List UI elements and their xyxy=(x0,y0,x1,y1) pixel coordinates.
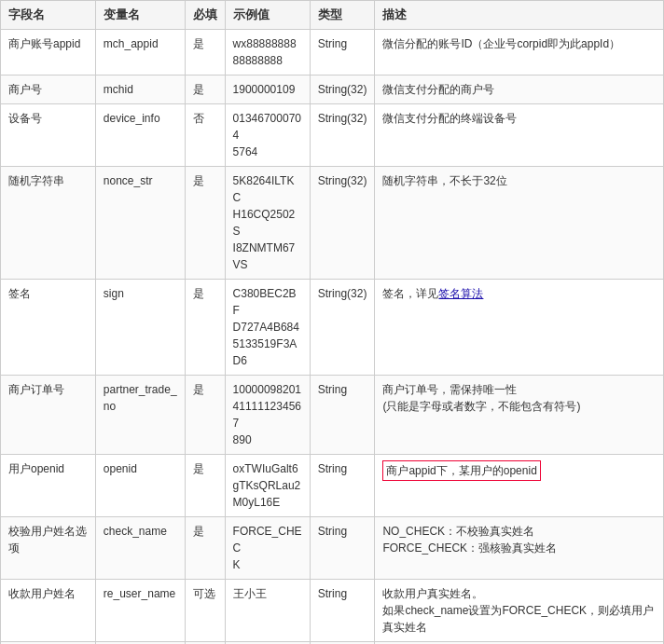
col-header-variable: 变量名 xyxy=(95,1,185,30)
cell-field: 商户账号appid xyxy=(1,30,96,75)
cell-required: 是 xyxy=(185,30,225,75)
table-row: 商户号mchid是1900000109String(32)微信支付分配的商户号 xyxy=(1,75,664,104)
table-row: 设备号device_info否013467000704 5764String(3… xyxy=(1,104,664,167)
table-row: 随机字符串nonce_str是5K8264ILTKC H16CQ2502S I8… xyxy=(1,167,664,280)
sign-algorithm-link[interactable]: 签名算法 xyxy=(438,287,483,300)
cell-type: String(32) xyxy=(310,167,375,280)
cell-type: String xyxy=(310,580,375,642)
cell-example: 王小王 xyxy=(225,580,310,642)
cell-field: 设备号 xyxy=(1,104,96,167)
desc-highlight-box: 商户appid下，某用户的openid xyxy=(382,460,540,481)
cell-field: 随机字符串 xyxy=(1,167,96,280)
cell-description: 微信支付分配的终端设备号 xyxy=(375,104,664,167)
col-header-required: 必填 xyxy=(185,1,225,30)
cell-field: 商户号 xyxy=(1,75,96,104)
api-table-container: 字段名 变量名 必填 示例值 类型 描述 商户账号appidmch_appid是… xyxy=(0,0,664,644)
table-row: 商户订单号partner_trade_ no是10000098201 41111… xyxy=(1,376,664,455)
cell-variable: partner_trade_ no xyxy=(95,376,185,455)
col-header-type: 类型 xyxy=(310,1,375,30)
cell-field: 签名 xyxy=(1,280,96,376)
cell-example: 10000098201 411111234567 890 xyxy=(225,376,310,455)
cell-type: String xyxy=(310,517,375,580)
cell-description: 微信支付分配的商户号 xyxy=(375,75,664,104)
cell-description: 收款用户真实姓名。 如果check_name设置为FORCE_CHECK，则必填… xyxy=(375,580,664,642)
cell-required: 是 xyxy=(185,517,225,580)
cell-description: NO_CHECK：不校验真实姓名 FORCE_CHECK：强核验真实姓名 xyxy=(375,517,664,580)
table-header-row: 字段名 变量名 必填 示例值 类型 描述 xyxy=(1,1,664,30)
col-header-example: 示例值 xyxy=(225,1,310,30)
table-row: 商户账号appidmch_appid是wx88888888 88888888St… xyxy=(1,30,664,75)
cell-example: wx88888888 88888888 xyxy=(225,30,310,75)
cell-type: String xyxy=(310,455,375,517)
cell-description: 商户订单号，需保持唯一性 (只能是字母或者数字，不能包含有符号) xyxy=(375,376,664,455)
cell-field: 收款用户姓名 xyxy=(1,580,96,642)
cell-variable: mchid xyxy=(95,75,185,104)
cell-description: 随机字符串，不长于32位 xyxy=(375,167,664,280)
cell-variable: openid xyxy=(95,455,185,517)
cell-example: C380BEC2BF D727A4B684 5133519F3A D6 xyxy=(225,280,310,376)
cell-variable: device_info xyxy=(95,104,185,167)
cell-description: 签名，详见签名算法 xyxy=(375,280,664,376)
table-row: 校验用户姓名选项check_name是FORCE_CHEC KStringNO_… xyxy=(1,517,664,580)
cell-type: String(32) xyxy=(310,104,375,167)
cell-example: oxTWIuGalt6 gTKsQRLau2 M0yL16E xyxy=(225,455,310,517)
cell-variable: check_name xyxy=(95,517,185,580)
col-header-field: 字段名 xyxy=(1,1,96,30)
table-row: 签名sign是C380BEC2BF D727A4B684 5133519F3A … xyxy=(1,280,664,376)
cell-required: 是 xyxy=(185,376,225,455)
cell-description: 商户appid下，某用户的openid xyxy=(375,455,664,517)
cell-required: 是 xyxy=(185,280,225,376)
cell-required: 可选 xyxy=(185,580,225,642)
cell-variable: nonce_str xyxy=(95,167,185,280)
cell-example: 1900000109 xyxy=(225,75,310,104)
cell-variable: sign xyxy=(95,280,185,376)
cell-type: String xyxy=(310,376,375,455)
cell-required: 是 xyxy=(185,455,225,517)
cell-required: 否 xyxy=(185,104,225,167)
cell-required: 是 xyxy=(185,75,225,104)
cell-example: FORCE_CHEC K xyxy=(225,517,310,580)
cell-example: 5K8264ILTKC H16CQ2502S I8ZNMTM67 VS xyxy=(225,167,310,280)
cell-variable: re_user_name xyxy=(95,580,185,642)
cell-type: String xyxy=(310,30,375,75)
api-params-table: 字段名 变量名 必填 示例值 类型 描述 商户账号appidmch_appid是… xyxy=(0,0,664,644)
cell-description: 微信分配的账号ID（企业号corpid即为此appId） xyxy=(375,30,664,75)
cell-field: 商户订单号 xyxy=(1,376,96,455)
table-row: 用户openidopenid是oxTWIuGalt6 gTKsQRLau2 M0… xyxy=(1,455,664,517)
cell-required: 是 xyxy=(185,167,225,280)
cell-type: String(32) xyxy=(310,75,375,104)
table-row: 收款用户姓名re_user_name可选王小王String收款用户真实姓名。 如… xyxy=(1,580,664,642)
cell-type: String(32) xyxy=(310,280,375,376)
cell-field: 用户openid xyxy=(1,455,96,517)
cell-example: 013467000704 5764 xyxy=(225,104,310,167)
col-header-description: 描述 xyxy=(375,1,664,30)
cell-field: 校验用户姓名选项 xyxy=(1,517,96,580)
cell-variable: mch_appid xyxy=(95,30,185,75)
